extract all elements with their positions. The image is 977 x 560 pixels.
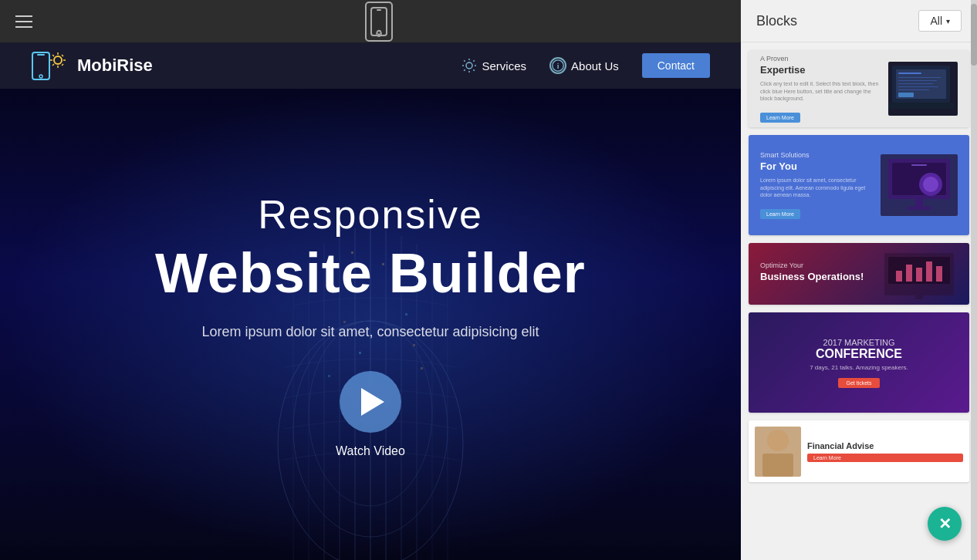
- hero-title-line1: Responsive: [155, 191, 586, 238]
- scrollbar-thumb[interactable]: [971, 4, 977, 66]
- svg-rect-68: [762, 454, 793, 477]
- block-card-expertise[interactable]: A Proven Expertise Click any text to edi…: [749, 50, 969, 127]
- play-button[interactable]: [340, 371, 401, 433]
- svg-rect-57: [915, 199, 923, 207]
- mobile-preview-icon[interactable]: [365, 2, 393, 42]
- blocks-panel-title: Blocks: [756, 13, 797, 29]
- site-navigation: MobiRise Services i: [0, 42, 741, 89]
- hero-subtitle: Lorem ipsum dolor sit amet, consectetur …: [155, 324, 586, 340]
- svg-point-15: [466, 62, 472, 69]
- svg-line-11: [52, 55, 54, 56]
- block-card-smart-solutions[interactable]: Smart Solutions For You Lorem ipsum dolo…: [749, 135, 969, 235]
- svg-rect-66: [915, 295, 923, 299]
- svg-line-13: [52, 64, 54, 66]
- editor-area: MobiRise Services i: [0, 0, 741, 560]
- logo-text: MobiRise: [77, 56, 153, 76]
- svg-point-67: [767, 430, 789, 451]
- hero-title-line2: Website Builder: [155, 241, 586, 305]
- svg-rect-58: [908, 207, 931, 210]
- hero-section: Responsive Website Builder Lorem ipsum d…: [0, 89, 741, 560]
- svg-point-56: [923, 177, 938, 192]
- svg-rect-63: [916, 268, 922, 282]
- toolbar-left: [15, 15, 32, 28]
- block-smart-text: Smart Solutions For You Lorem ipsum dolo…: [760, 151, 873, 219]
- block-smart-subtitle: Smart Solutions: [760, 151, 873, 159]
- all-filter-button[interactable]: All: [918, 10, 962, 32]
- svg-rect-64: [926, 261, 932, 282]
- svg-line-12: [62, 55, 63, 56]
- site-logo: MobiRise: [31, 49, 153, 83]
- svg-rect-47: [898, 83, 933, 84]
- svg-rect-62: [906, 265, 912, 282]
- scrollbar-track[interactable]: [971, 0, 977, 560]
- svg-point-6: [54, 56, 62, 64]
- block-optimize-image: [881, 249, 958, 299]
- toolbar-center: [365, 2, 393, 42]
- svg-rect-48: [898, 86, 938, 87]
- blocks-list: A Proven Expertise Click any text to edi…: [741, 42, 977, 560]
- svg-rect-61: [896, 271, 902, 282]
- block-smart-cta: Learn More: [760, 209, 800, 219]
- block-card-conference[interactable]: 2017 MARKETING CONFERENCE 7 days, 21 tal…: [749, 312, 969, 413]
- fab-close-button[interactable]: ✕: [928, 507, 962, 541]
- svg-rect-46: [898, 80, 937, 81]
- block-optimize-subtitle: Optimize Your: [760, 261, 873, 269]
- block-financial-title: Financial Advise: [807, 441, 963, 450]
- toolbar: [0, 0, 741, 42]
- svg-point-2: [377, 30, 381, 34]
- block-financial-image: [755, 427, 801, 477]
- block-card-optimize[interactable]: Optimize Your Business Operations!: [749, 243, 969, 305]
- play-triangle-icon: [361, 388, 384, 416]
- svg-rect-4: [37, 54, 45, 56]
- svg-rect-50: [898, 93, 914, 97]
- svg-rect-45: [898, 77, 941, 78]
- svg-rect-49: [898, 89, 929, 90]
- svg-text:i: i: [557, 62, 559, 70]
- block-expertise-cta: Learn More: [760, 113, 800, 123]
- svg-rect-44: [898, 73, 921, 74]
- block-smart-image: [881, 154, 958, 216]
- svg-point-5: [39, 75, 42, 78]
- block-expertise-subtitle: A Proven: [760, 55, 881, 62]
- block-conf-subtitle: 7 days, 21 talks. Amazing speakers.: [810, 364, 908, 371]
- svg-rect-54: [911, 164, 927, 166]
- svg-rect-1: [377, 9, 381, 11]
- svg-line-14: [62, 64, 63, 66]
- gear-icon: [461, 57, 478, 74]
- blocks-panel: Blocks All A Proven Expertise Click any …: [741, 0, 977, 560]
- block-expertise-text: A Proven Expertise Click any text to edi…: [760, 55, 881, 123]
- info-icon: i: [549, 57, 566, 74]
- nav-about-us[interactable]: i About Us: [549, 57, 619, 74]
- block-financial-text: Financial Advise Learn More: [807, 441, 963, 462]
- block-financial-cta: Learn More: [807, 454, 963, 462]
- block-conf-title: CONFERENCE: [816, 347, 902, 361]
- nav-services[interactable]: Services: [461, 57, 527, 74]
- block-expertise-title: Expertise: [760, 64, 881, 76]
- block-smart-title: For You: [760, 160, 873, 172]
- svg-rect-51: [888, 103, 954, 109]
- watch-video-label: Watch Video: [336, 444, 405, 458]
- block-smart-desc: Lorem ipsum dolor sit amet, consectetur …: [760, 177, 873, 199]
- hero-content: Responsive Website Builder Lorem ipsum d…: [124, 191, 617, 458]
- logo-icon: [31, 49, 69, 83]
- block-optimize-text: Optimize Your Business Operations!: [760, 261, 873, 287]
- close-icon: ✕: [938, 516, 952, 531]
- block-expertise-image: [888, 62, 958, 116]
- svg-rect-65: [936, 266, 942, 282]
- hamburger-menu-icon[interactable]: [15, 15, 32, 28]
- watch-video-button[interactable]: Watch Video: [155, 371, 586, 458]
- block-optimize-title: Business Operations!: [760, 271, 873, 282]
- svg-rect-0: [371, 8, 387, 35]
- block-card-financial[interactable]: Financial Advise Learn More: [749, 420, 969, 482]
- block-conf-cta: Get tickets: [838, 378, 879, 388]
- nav-items: Services i About Us Contact: [461, 53, 710, 78]
- block-expertise-desc: Click any text to edit it. Select this t…: [760, 80, 881, 103]
- blocks-panel-header: Blocks All: [741, 0, 977, 42]
- nav-cta-button[interactable]: Contact: [642, 53, 710, 78]
- block-conf-year: 2017 MARKETING: [823, 338, 895, 347]
- website-preview: MobiRise Services i: [0, 42, 741, 560]
